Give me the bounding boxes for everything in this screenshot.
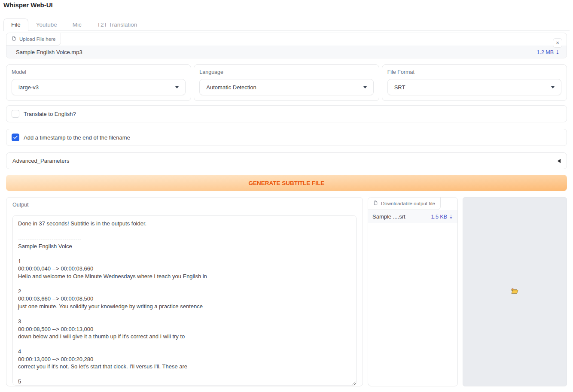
output-panel: Output Done in 37 seconds! Subtitle is i… (6, 197, 363, 386)
settings-row: Model large-v3 Language Automatic Detect… (6, 64, 567, 101)
accordion-collapsed-arrow-icon (558, 159, 561, 163)
model-dropdown[interactable]: large-v3 (12, 79, 186, 95)
chevron-down-icon (175, 86, 179, 88)
file-tab-content: Upload File here × Sample English Voice.… (3, 33, 570, 386)
open-outputs-folder-button[interactable] (463, 197, 567, 386)
output-textarea[interactable]: Done in 37 seconds! Subtitle is in the o… (12, 215, 357, 386)
file-icon (12, 36, 16, 42)
file-format-dropdown[interactable]: SRT (387, 79, 561, 95)
file-format-value: SRT (394, 84, 405, 91)
output-label: Output (12, 202, 357, 208)
language-label: Language (199, 69, 373, 75)
file-format-label: File Format (387, 69, 561, 75)
output-file-row: Sample ....srt 1.5 KB ⇣ (368, 210, 457, 223)
output-file-download-link[interactable]: 1.5 KB ⇣ (431, 213, 453, 220)
downloadable-file-panel: Downloadable output file Sample ....srt … (368, 197, 458, 386)
uploaded-file-row: Sample English Voice.mp3 1.2 MB ⇣ (6, 46, 567, 58)
chevron-down-icon (551, 86, 555, 88)
tab-file[interactable]: File (3, 18, 28, 31)
whisper-webui-page: Whisper Web-UI File Youtube Mic T2T Tran… (0, 0, 573, 386)
page-title: Whisper Web-UI (3, 0, 570, 9)
generate-subtitle-button[interactable]: GENERATE SUBTITLE FILE (6, 175, 567, 191)
model-value: large-v3 (18, 84, 39, 91)
timestamp-checkbox-label: Add a timestamp to the end of the filena… (24, 134, 130, 141)
tab-bar: File Youtube Mic T2T Translation (3, 18, 570, 31)
timestamp-checkbox[interactable] (12, 134, 19, 141)
tab-youtube[interactable]: Youtube (28, 18, 65, 31)
translate-checkbox-label: Translate to English? (24, 111, 76, 117)
advanced-parameters-accordion[interactable]: Advanced_Parameters (6, 152, 567, 169)
checkmark-icon (13, 135, 18, 140)
language-block: Language Automatic Detection (194, 64, 379, 101)
tab-t2t-translation[interactable]: T2T Translation (89, 18, 145, 31)
uploaded-file-download-link[interactable]: 1.2 MB ⇣ (536, 49, 560, 55)
file-format-block: File Format SRT (382, 64, 567, 101)
file-upload-panel: Upload File here × Sample English Voice.… (6, 33, 567, 58)
file-icon (373, 200, 378, 207)
uploaded-file-name: Sample English Voice.mp3 (16, 49, 82, 55)
open-folder-icon (511, 288, 518, 296)
chevron-down-icon (363, 86, 367, 88)
output-file-name: Sample ....srt (372, 213, 405, 220)
downloadable-output-file-button[interactable]: Downloadable output file (368, 198, 441, 210)
output-row: Output Done in 37 seconds! Subtitle is i… (6, 197, 567, 386)
close-icon[interactable]: × (553, 38, 562, 48)
translate-checkbox-row[interactable]: Translate to English? (6, 105, 567, 122)
upload-file-button[interactable]: Upload File here (6, 33, 61, 46)
model-block: Model large-v3 (6, 64, 191, 101)
timestamp-checkbox-row[interactable]: Add a timestamp to the end of the filena… (6, 129, 567, 146)
upload-file-label: Upload File here (19, 36, 55, 42)
translate-checkbox[interactable] (12, 110, 19, 118)
downloadable-output-file-label: Downloadable output file (381, 201, 435, 206)
advanced-parameters-label: Advanced_Parameters (12, 158, 69, 164)
tab-mic[interactable]: Mic (65, 18, 89, 31)
model-label: Model (12, 69, 186, 75)
language-value: Automatic Detection (206, 84, 256, 91)
language-dropdown[interactable]: Automatic Detection (199, 79, 373, 95)
